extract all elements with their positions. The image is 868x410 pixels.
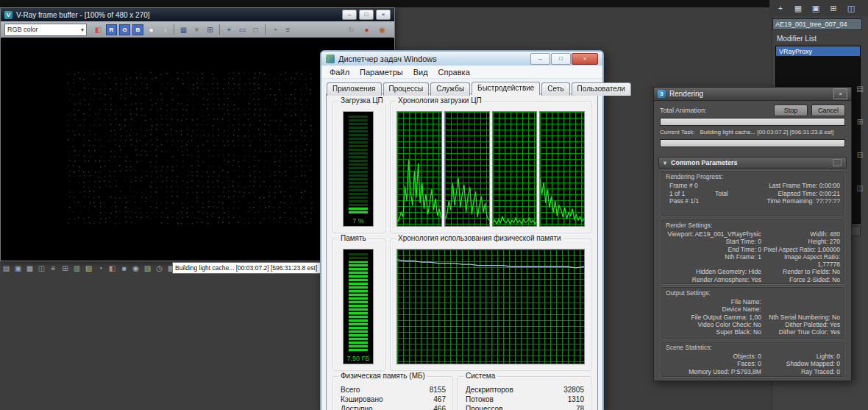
system-rows: Дескрипторов32805Потоков1310Процессов78 [458,385,591,410]
tab[interactable]: Пользователи [572,82,631,96]
tab[interactable]: Приложения [327,82,382,96]
rendering-dialog-titlebar[interactable]: 3 Rendering × [654,88,851,101]
save-image-icon[interactable]: ▦ [178,24,189,35]
region-render-icon[interactable]: ▭ [237,24,248,35]
cpu-history-panel-3 [492,111,538,227]
render-settings-rows: Viewport: AE19_001_VRayPhysicWidth: 480S… [661,230,844,285]
rendering-dialog-title: Rendering [669,90,703,98]
vfb-minimize-button[interactable]: – [342,10,357,20]
grid-icon[interactable]: ▦ [793,3,803,13]
cpu-usage-value: 7 % [344,217,373,225]
snap-toggle-icon[interactable]: ⊞ [828,3,839,13]
separator [174,24,174,35]
vfb-maximize-button[interactable]: □ [359,10,374,20]
info-icon[interactable]: ≡ [282,24,294,35]
physical-memory-group: Физическая память (МБ) Всего8155Кэширова… [332,376,453,410]
track-mouse-icon[interactable]: + [224,24,235,35]
settings-row: Device Name: [661,305,844,313]
stat-row: Всего8155 [333,385,452,395]
camera-icon[interactable]: ◉ [131,264,140,273]
mirror-icon[interactable]: ◫ [846,3,856,13]
clear-image-icon[interactable]: × [191,24,202,35]
current-task-label: Current Task: [660,129,694,135]
pause-render-icon[interactable]: ◉ [377,24,388,35]
task-manager-menubar: ФайлПараметрыВидСправка [321,66,602,79]
cpu-history-graphs [396,111,585,227]
tool-icon[interactable]: ◔ [96,264,105,273]
task-manager-titlebar[interactable]: Диспетчер задач Windows –□× [321,52,602,66]
layers-icon[interactable]: ▨ [143,264,152,273]
vfb-window-buttons: –□× [342,10,391,20]
clock-icon[interactable]: ◷ [154,264,164,273]
close-button[interactable]: × [572,53,598,65]
show-color-channels-icon[interactable]: ◧ [93,24,104,35]
memory-graph-line [397,250,584,364]
modifier-stack-selected-item[interactable]: VRayProxy [776,46,860,56]
menu-item[interactable]: Файл [324,68,355,77]
memory-history-group: Хронология использования физической памя… [390,238,591,371]
menu-item[interactable]: Справка [433,68,475,77]
duplicate-buffer-icon[interactable]: ⊞ [204,24,216,35]
scene-statistics-rows: Objects: 0Lights: 0Faces: 0Shadow Mapped… [661,353,844,378]
maxscript-listener-icon[interactable]: ▤ [1,264,11,273]
cpu-graph-line-1 [397,112,441,226]
configure-modifier-sets-button[interactable] [850,226,861,236]
folder-icon[interactable]: ▧ [84,264,93,273]
tab[interactable]: Быстродействие [472,82,540,95]
render-last-icon[interactable]: ↻ [346,24,357,35]
window-icon[interactable]: ◫ [37,264,46,273]
task-manager-window-buttons: –□× [530,53,598,65]
tab[interactable]: Процессы [383,82,430,96]
cpu-history-label: Хронология загрузки ЦП [396,96,484,105]
settings-row: Hidden Geometry: HideRender to Fields: N… [661,268,844,275]
add-icon[interactable]: + [775,3,786,13]
grid-icon[interactable]: ▦ [25,264,35,273]
expand-icon[interactable]: ⊞ [857,118,863,126]
scroll-grip-icon[interactable]: ▤ [856,85,863,93]
render-preview-dots [67,71,317,229]
alpha-channel-icon[interactable]: ◑ [159,24,170,35]
rollout-title: Common Parameters [671,159,738,166]
separator [219,24,220,35]
modifier-list-dropdown[interactable]: Modifier List [775,33,862,43]
monitor-icon[interactable]: ▥ [72,264,82,273]
link-icon[interactable]: ⊞ [60,264,70,273]
cube-icon[interactable]: ■ [119,264,129,273]
common-parameters-rollout[interactable]: ▾ Common Parameters [658,157,847,169]
selection-lock-icon[interactable]: ▣ [13,264,23,273]
green-channel-button[interactable]: G [119,24,130,35]
monochrome-mode-icon[interactable]: ● [146,24,157,35]
maximize-button[interactable]: □ [551,53,571,65]
stop-render-icon[interactable]: ● [361,24,372,35]
task-manager-title: Диспетчер задач Windows [338,54,437,63]
menu-item[interactable]: Параметры [355,68,408,77]
panel-tab-icon[interactable]: ◫ [856,184,863,192]
blue-channel-button[interactable]: B [132,24,143,35]
scene-statistics-group: Scene Statistics: Objects: 0Lights: 0Fac… [660,341,845,378]
vfb-close-button[interactable]: × [376,10,391,20]
chevron-down-icon: ▾ [81,26,84,33]
rendering-close-button[interactable]: × [833,88,847,99]
stop-button[interactable]: Stop [774,105,808,116]
notes-icon[interactable]: ≡ [49,264,58,273]
status-bar-icons: ▤▣▦◫≡⊞▥▧◔◧■◉▨◷▩ [1,263,176,274]
minimize-button[interactable]: – [530,53,550,65]
render-status-text: Building light cache... [00:03:07.2] [59… [172,262,327,274]
system-label: Система [463,372,497,380]
cancel-button[interactable]: Cancel [811,105,845,116]
scene-statistics-title: Scene Statistics: [661,342,844,353]
color-correction-icon[interactable]: ◔ [269,24,280,35]
paint-icon[interactable]: ◧ [107,264,117,273]
settings-row: Use Adv. Lighting: YesCompute Adv. Light… [661,283,844,285]
channel-dropdown[interactable]: RGB color ▾ [4,24,87,36]
red-channel-button[interactable]: R [106,24,117,35]
menu-item[interactable]: Вид [408,68,433,77]
vfb-titlebar[interactable]: V V-Ray frame buffer - [100% of 480 x 27… [1,8,394,21]
tab[interactable]: Сеть [541,82,569,96]
collapse-icon[interactable]: ⊟ [857,151,863,159]
render-control-buttons: StopCancel [774,105,845,116]
save-icon[interactable]: ▣ [811,3,821,13]
object-name-field[interactable]: AE19_001_tree_007_04 [772,18,862,30]
reset-region-icon[interactable]: □ [250,24,261,35]
tab[interactable]: Службы [430,82,470,96]
